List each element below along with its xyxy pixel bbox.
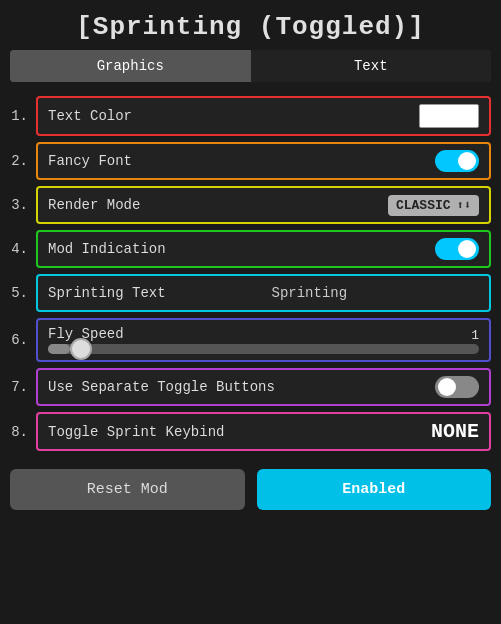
setting-label: Render Mode <box>48 197 388 213</box>
slider-value: 1 <box>471 328 479 343</box>
dropdown-value: CLASSIC <box>396 198 451 213</box>
row-number-8: 8. <box>10 424 28 440</box>
setting-label: Sprinting Text <box>48 285 256 301</box>
setting-row-7: 7.Use Separate Toggle Buttons <box>10 368 491 406</box>
row-number-1: 1. <box>10 108 28 124</box>
setting-box-toggle-sprint-keybind[interactable]: Toggle Sprint KeybindNONE <box>36 412 491 451</box>
setting-box-mod-indication[interactable]: Mod Indication <box>36 230 491 268</box>
setting-box-text-color[interactable]: Text Color <box>36 96 491 136</box>
tab-graphics[interactable]: Graphics <box>10 50 251 82</box>
toggle-knob <box>458 152 476 170</box>
slider-header: Fly Speed1 <box>48 326 479 344</box>
setting-box-sprinting-text[interactable]: Sprinting TextSprinting <box>36 274 491 312</box>
tab-text[interactable]: Text <box>251 50 492 82</box>
setting-row-4: 4.Mod Indication <box>10 230 491 268</box>
setting-row-2: 2.Fancy Font <box>10 142 491 180</box>
row-number-5: 5. <box>10 285 28 301</box>
slider-thumb[interactable] <box>70 338 92 360</box>
setting-label: Use Separate Toggle Buttons <box>48 379 435 395</box>
settings-list: 1.Text Color2.Fancy Font3.Render ModeCLA… <box>0 92 501 455</box>
setting-row-5: 5.Sprinting TextSprinting <box>10 274 491 312</box>
row-number-2: 2. <box>10 153 28 169</box>
row-number-6: 6. <box>10 332 28 348</box>
setting-box-use-separate-toggle-buttons[interactable]: Use Separate Toggle Buttons <box>36 368 491 406</box>
slider-track[interactable] <box>48 344 479 354</box>
setting-label: Mod Indication <box>48 241 435 257</box>
dropdown-arrow-icon: ⬆⬇ <box>457 198 471 213</box>
toggle-knob <box>438 378 456 396</box>
setting-label: Text Color <box>48 108 419 124</box>
toggle-knob <box>458 240 476 258</box>
color-swatch[interactable] <box>419 104 479 128</box>
bottom-buttons: Reset Mod Enabled <box>0 455 501 520</box>
dropdown-select[interactable]: CLASSIC⬆⬇ <box>388 195 479 216</box>
setting-row-8: 8.Toggle Sprint KeybindNONE <box>10 412 491 451</box>
toggle-switch[interactable] <box>435 376 479 398</box>
row-number-7: 7. <box>10 379 28 395</box>
app-window: [Sprinting (Toggled)] Graphics Text 1.Te… <box>0 0 501 520</box>
page-title: [Sprinting (Toggled)] <box>0 0 501 50</box>
tab-bar: Graphics Text <box>10 50 491 82</box>
text-value: Sprinting <box>272 285 480 301</box>
row-number-4: 4. <box>10 241 28 257</box>
setting-box-fancy-font[interactable]: Fancy Font <box>36 142 491 180</box>
setting-row-3: 3.Render ModeCLASSIC⬆⬇ <box>10 186 491 224</box>
setting-label: Toggle Sprint Keybind <box>48 424 431 440</box>
keybind-value[interactable]: NONE <box>431 420 479 443</box>
setting-label: Fly Speed <box>48 326 471 342</box>
slider-fill <box>48 344 70 354</box>
setting-row-1: 1.Text Color <box>10 96 491 136</box>
enabled-button[interactable]: Enabled <box>257 469 492 510</box>
toggle-switch[interactable] <box>435 150 479 172</box>
toggle-switch[interactable] <box>435 238 479 260</box>
setting-label: Fancy Font <box>48 153 435 169</box>
row-number-3: 3. <box>10 197 28 213</box>
reset-button[interactable]: Reset Mod <box>10 469 245 510</box>
setting-box-render-mode[interactable]: Render ModeCLASSIC⬆⬇ <box>36 186 491 224</box>
setting-box-fly-speed[interactable]: Fly Speed1 <box>36 318 491 362</box>
setting-row-6: 6.Fly Speed1 <box>10 318 491 362</box>
